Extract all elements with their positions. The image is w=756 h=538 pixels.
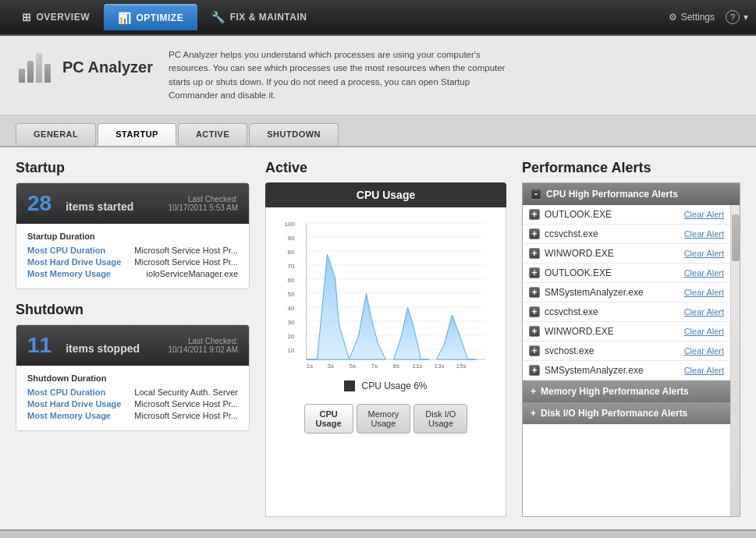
cpu-group-label: CPU High Performance Alerts xyxy=(546,189,678,200)
shutdown-last-checked-label: Last Checked: xyxy=(168,337,238,345)
alert-row-0: + OUTLOOK.EXE Clear Alert xyxy=(523,205,730,225)
chart-area: 100 90 80 70 60 50 40 30 20 10 1s 3s 5s … xyxy=(274,215,498,371)
svg-text:5s: 5s xyxy=(350,363,356,370)
alerts-list: + OUTLOOK.EXE Clear Alert + ccsvchst.exe… xyxy=(523,205,730,516)
chart-wrapper: 100 90 80 70 60 50 40 30 20 10 1s 3s 5s … xyxy=(265,207,506,517)
startup-count: 28 xyxy=(27,191,51,216)
active-title: Active xyxy=(265,160,506,176)
scrollbar-thumb[interactable] xyxy=(732,214,740,261)
top-navigation: ⊞ OVERVIEW 📊 OPTIMIZE 🔧 FIX & MAINTAIN ⚙… xyxy=(0,0,756,36)
cpu-group-toggle[interactable]: - xyxy=(531,189,541,200)
middle-column: Active CPU Usage 100 xyxy=(250,160,522,517)
svg-text:11s: 11s xyxy=(413,363,423,370)
tab-active[interactable]: ACTIVE xyxy=(178,123,247,146)
alert-expand-4[interactable]: + xyxy=(529,287,540,298)
svg-text:40: 40 xyxy=(288,305,295,312)
alert-expand-0[interactable]: + xyxy=(529,209,540,220)
startup-duration-title: Startup Duration xyxy=(27,232,238,241)
alert-expand-2[interactable]: + xyxy=(529,248,540,259)
svg-text:1s: 1s xyxy=(307,363,313,370)
header-area: PC Analyzer PC Analyzer helps you unders… xyxy=(0,36,756,115)
startup-meta: Last Checked: 10/17/2011 5:53 AM xyxy=(168,195,238,212)
alerts-container: - CPU High Performance Alerts + OUTLOOK.… xyxy=(522,182,740,517)
disk-group-toggle[interactable]: + xyxy=(531,408,536,419)
alert-row-8: + SMSystemAnalyzer.exe Clear Alert xyxy=(523,361,730,380)
tab-shutdown[interactable]: SHUTDOWN xyxy=(249,123,339,146)
startup-row-1-value: Microsoft Service Host Pr... xyxy=(134,257,238,267)
clear-alert-4[interactable]: Clear Alert xyxy=(684,288,724,297)
memory-group-header[interactable]: + Memory High Performance Alerts xyxy=(523,380,730,402)
alert-name-5: ccsvchst.exe xyxy=(545,306,680,317)
alert-expand-1[interactable]: + xyxy=(529,228,540,239)
clear-alert-3[interactable]: Clear Alert xyxy=(684,268,724,278)
clear-alert-8[interactable]: Clear Alert xyxy=(684,366,724,375)
clear-alert-1[interactable]: Clear Alert xyxy=(684,229,724,239)
clear-alert-7[interactable]: Clear Alert xyxy=(684,346,724,356)
tab-startup[interactable]: STARTUP xyxy=(98,123,176,146)
left-column: Startup 28 items started Last Checked: 1… xyxy=(16,160,250,517)
startup-row-0-label: Most CPU Duration xyxy=(27,246,105,255)
chart-tab-cpu[interactable]: CPUUsage xyxy=(304,404,353,434)
fix-icon: 🔧 xyxy=(211,11,225,23)
chart-tab-memory[interactable]: MemoryUsage xyxy=(357,404,411,434)
startup-last-checked-date: 10/17/2011 5:53 AM xyxy=(168,204,238,212)
alert-expand-3[interactable]: + xyxy=(529,267,540,278)
shutdown-row-1-label: Most Hard Drive Usage xyxy=(27,399,121,409)
startup-row-2-label: Most Memory Usage xyxy=(27,269,111,278)
nav-overview-label: OVERVIEW xyxy=(37,12,90,23)
nav-optimize-label: OPTIMIZE xyxy=(136,12,183,23)
nav-fix-maintain[interactable]: 🔧 FIX & MAINTAIN xyxy=(197,5,321,30)
svg-text:13s: 13s xyxy=(435,363,445,370)
alert-name-4: SMSystemAnalyzer.exe xyxy=(545,287,680,298)
legend-color-box xyxy=(344,380,355,391)
chart-legend: CPU Usage 6% xyxy=(274,380,498,391)
shutdown-row-1: Most Hard Drive Usage Microsoft Service … xyxy=(27,399,238,409)
alert-name-6: WINWORD.EXE xyxy=(545,326,680,337)
startup-header: 28 items started Last Checked: 10/17/201… xyxy=(16,183,249,224)
alert-name-3: OUTLOOK.EXE xyxy=(545,267,680,278)
svg-marker-31 xyxy=(350,293,386,359)
alert-expand-5[interactable]: + xyxy=(529,306,540,317)
chart-legend-label: CPU Usage 6% xyxy=(361,380,427,391)
alert-expand-7[interactable]: + xyxy=(529,345,540,356)
disk-group-header[interactable]: + Disk I/O High Performance Alerts xyxy=(523,402,730,424)
clear-alert-6[interactable]: Clear Alert xyxy=(684,327,724,336)
nav-optimize[interactable]: 📊 OPTIMIZE xyxy=(104,4,197,30)
nav-fix-label: FIX & MAINTAIN xyxy=(230,12,307,23)
alert-expand-8[interactable]: + xyxy=(529,365,540,376)
tab-general[interactable]: GENERAL xyxy=(16,123,96,146)
shutdown-meta: Last Checked: 10/14/2011 9:02 AM xyxy=(168,337,238,354)
overview-icon: ⊞ xyxy=(22,11,32,23)
clear-alert-2[interactable]: Clear Alert xyxy=(684,249,724,258)
cpu-group-header[interactable]: - CPU High Performance Alerts xyxy=(523,183,740,205)
dropdown-icon: ▾ xyxy=(744,12,748,23)
settings-button[interactable]: ⚙ Settings xyxy=(669,12,715,23)
chart-title: CPU Usage xyxy=(265,182,506,207)
alert-name-1: ccsvchst.exe xyxy=(545,228,680,239)
chart-tab-disk[interactable]: Disk I/OUsage xyxy=(413,404,467,434)
alert-row-5: + ccsvchst.exe Clear Alert xyxy=(523,303,730,322)
clear-alert-0[interactable]: Clear Alert xyxy=(684,210,724,219)
help-button[interactable]: ? ▾ xyxy=(726,10,748,24)
chart-tabs: CPUUsage MemoryUsage Disk I/OUsage xyxy=(274,404,498,434)
startup-row-1: Most Hard Drive Usage Microsoft Service … xyxy=(27,257,238,267)
shutdown-title: Shutdown xyxy=(16,302,250,318)
optimize-icon: 📊 xyxy=(118,12,132,24)
startup-info-box: 28 items started Last Checked: 10/17/201… xyxy=(16,182,250,289)
shutdown-label: items stopped xyxy=(66,342,140,355)
clear-alert-5[interactable]: Clear Alert xyxy=(684,307,724,317)
shutdown-body: Shutdown Duration Most CPU Duration Loca… xyxy=(16,366,249,430)
logo-icon xyxy=(16,48,53,86)
svg-text:50: 50 xyxy=(288,291,295,298)
scrollbar-track[interactable] xyxy=(730,205,740,516)
memory-group-toggle[interactable]: + xyxy=(531,386,536,397)
startup-row-2-value: ioloServiceManager.exe xyxy=(147,269,238,278)
svg-text:70: 70 xyxy=(288,263,295,270)
svg-marker-33 xyxy=(437,315,476,359)
bottom-bar: HELP ALERTS DONE xyxy=(0,529,756,538)
alert-expand-6[interactable]: + xyxy=(529,326,540,337)
alert-row-4: + SMSystemAnalyzer.exe Clear Alert xyxy=(523,283,730,303)
startup-label: items started xyxy=(66,200,133,213)
svg-text:9s: 9s xyxy=(393,363,399,370)
nav-overview[interactable]: ⊞ OVERVIEW xyxy=(8,5,104,30)
